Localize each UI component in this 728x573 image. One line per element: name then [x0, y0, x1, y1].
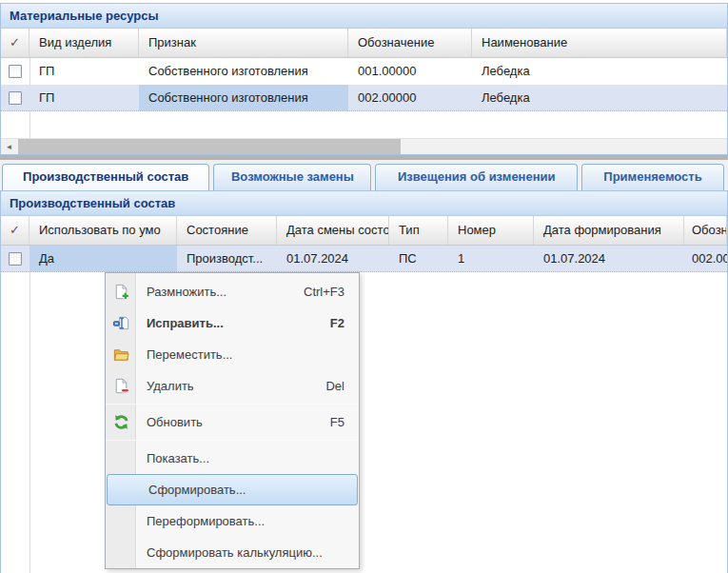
table-row[interactable]: ГП Собственного изготовления 001.00000 Л…	[1, 58, 727, 85]
checkbox[interactable]	[9, 252, 22, 266]
menu-item-delete[interactable]: Удалить Del	[106, 370, 359, 402]
check-mark-icon: ✓	[10, 216, 20, 245]
material-resources-panel-title: Материальные ресурсы	[1, 4, 727, 29]
cell-designation[interactable]: 002.00000	[348, 85, 472, 110]
menu-item-regenerate[interactable]: Переформировать...	[106, 505, 359, 537]
checkbox[interactable]	[9, 91, 22, 105]
cell-formation-date[interactable]: 01.07.2024	[534, 246, 684, 271]
menu-separator	[106, 404, 359, 405]
menu-item-shortcut: F2	[330, 316, 344, 330]
column-header-check[interactable]: ✓	[1, 29, 30, 57]
menu-item-label: Удалить	[147, 379, 194, 393]
column-header-type[interactable]: Тип	[389, 216, 448, 245]
app-window: Материальные ресурсы ✓ Вид изделия Призн…	[0, 0, 728, 573]
column-header-attribute[interactable]: Признак	[139, 29, 348, 57]
scrollbar-thumb[interactable]	[18, 139, 401, 154]
menu-item-label: Исправить...	[147, 316, 224, 330]
column-header-product-kind[interactable]: Вид изделия	[30, 29, 139, 57]
tab-production-structure[interactable]: Производственный состав	[2, 164, 209, 190]
cell-state[interactable]: Производст...	[177, 246, 277, 271]
tab-change-notices[interactable]: Извещения об изменении	[375, 164, 578, 190]
checkbox[interactable]	[9, 65, 22, 78]
column-header-state[interactable]: Состояние	[177, 216, 277, 245]
tab-possible-replacements[interactable]: Возможные замены	[213, 164, 371, 190]
menu-item-generate-calculation[interactable]: Сформировать калькуляцию...	[106, 537, 359, 568]
page-minus-icon	[106, 377, 136, 395]
cell-state-change-date[interactable]: 01.07.2024	[277, 246, 389, 271]
menu-item-label: Сформировать...	[148, 483, 246, 497]
horizontal-scrollbar[interactable]: ◄	[1, 138, 727, 154]
cell-designation[interactable]: 001.00000	[348, 58, 472, 85]
column-header-name[interactable]: Наименование	[472, 29, 727, 57]
context-menu: Размножить... Ctrl+F3 Исправить... F2	[105, 272, 360, 569]
page-plus-icon	[106, 283, 136, 301]
cell-product-kind[interactable]: ГП	[30, 58, 139, 85]
menu-item-label: Переместить...	[147, 347, 232, 362]
cell-attribute[interactable]: Собственного изготовления	[139, 58, 348, 85]
material-resources-panel: Материальные ресурсы ✓ Вид изделия Призн…	[0, 3, 728, 155]
cell-name[interactable]: Лебедка	[472, 85, 727, 110]
folder-move-icon	[106, 346, 136, 364]
refresh-icon	[106, 413, 136, 431]
menu-item-label: Переформировать...	[147, 514, 265, 528]
cell-number[interactable]: 1	[448, 246, 534, 271]
menu-item-shortcut: Ctrl+F3	[304, 285, 344, 299]
menu-item-label: Обновить	[147, 415, 203, 429]
menu-item-shortcut: F5	[330, 415, 344, 429]
menu-item-edit[interactable]: Исправить... F2	[106, 307, 359, 339]
cell-name[interactable]: Лебедка	[472, 58, 727, 85]
tab-applicability[interactable]: Применяемость	[581, 164, 724, 190]
column-header-designation[interactable]: Обозна	[684, 216, 727, 245]
menu-item-label: Размножить...	[147, 285, 226, 299]
check-column-separator	[30, 246, 30, 573]
cell-default-use-focused[interactable]: Да	[30, 246, 177, 271]
panel-title-text: Производственный состав	[10, 196, 175, 210]
column-header-formation-date[interactable]: Дата формирования	[534, 216, 684, 245]
column-header-check[interactable]: ✓	[1, 216, 30, 245]
menu-item-generate[interactable]: Сформировать...	[107, 474, 358, 505]
scroll-left-arrow-icon: ◄	[6, 143, 13, 151]
menu-item-shortcut: Del	[325, 379, 344, 393]
scroll-left-button[interactable]: ◄	[1, 139, 17, 154]
row-checkbox-cell[interactable]	[1, 85, 30, 110]
cell-type[interactable]: ПС	[389, 246, 448, 271]
cell-designation[interactable]: 002.000	[684, 246, 727, 271]
column-header-number[interactable]: Номер	[448, 216, 534, 245]
column-header-default-use[interactable]: Использовать по умо	[30, 216, 177, 245]
menu-item-move[interactable]: Переместить...	[106, 339, 359, 370]
cell-product-kind[interactable]: ГП	[30, 85, 139, 110]
menu-item-label: Показать...	[147, 451, 209, 465]
column-header-state-change-date[interactable]: Дата смены состоя	[277, 216, 389, 245]
production-structure-grid-header: ✓ Использовать по умо Состояние Дата сме…	[1, 216, 727, 246]
menu-item-refresh[interactable]: Обновить F5	[106, 406, 359, 438]
rename-icon	[106, 314, 136, 332]
material-resources-grid-body: ГП Собственного изготовления 001.00000 Л…	[1, 58, 727, 138]
table-row-selected[interactable]: Да Производст... 01.07.2024 ПС 1 01.07.2…	[1, 246, 727, 272]
panel-title-text: Материальные ресурсы	[10, 9, 159, 23]
row-checkbox-cell[interactable]	[1, 58, 30, 85]
material-resources-grid-header: ✓ Вид изделия Признак Обозначение Наимен…	[1, 29, 727, 58]
tab-strip: Производственный состав Возможные замены…	[0, 160, 728, 190]
production-structure-panel-title: Производственный состав	[1, 191, 727, 216]
menu-separator	[106, 440, 359, 441]
row-checkbox-cell[interactable]	[1, 246, 30, 271]
menu-item-show[interactable]: Показать...	[106, 443, 359, 474]
cell-attribute-focused[interactable]: Собственного изготовления	[139, 85, 348, 110]
table-row-selected[interactable]: ГП Собственного изготовления 002.00000 Л…	[1, 85, 727, 111]
menu-item-label: Сформировать калькуляцию...	[147, 545, 323, 560]
check-mark-icon: ✓	[10, 29, 20, 57]
column-header-designation[interactable]: Обозначение	[348, 29, 472, 57]
menu-item-duplicate[interactable]: Размножить... Ctrl+F3	[106, 276, 359, 307]
